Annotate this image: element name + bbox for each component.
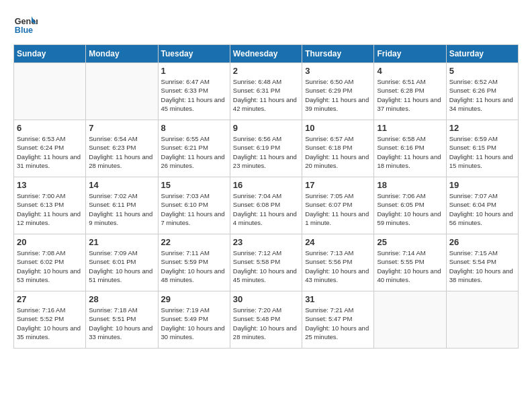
calendar-cell: 13Sunrise: 7:00 AM Sunset: 6:13 PM Dayli… xyxy=(14,177,86,234)
day-number: 27 xyxy=(17,294,83,304)
day-info: Sunrise: 7:06 AM Sunset: 6:05 PM Dayligh… xyxy=(377,191,443,227)
day-number: 11 xyxy=(377,123,443,133)
calendar-cell: 8Sunrise: 6:55 AM Sunset: 6:21 PM Daylig… xyxy=(158,120,230,177)
calendar-cell: 12Sunrise: 6:59 AM Sunset: 6:15 PM Dayli… xyxy=(446,120,518,177)
day-number: 28 xyxy=(89,294,154,304)
day-number: 4 xyxy=(377,66,443,76)
day-info: Sunrise: 6:59 AM Sunset: 6:15 PM Dayligh… xyxy=(449,134,515,170)
day-info: Sunrise: 7:15 AM Sunset: 5:54 PM Dayligh… xyxy=(449,248,515,284)
day-number: 7 xyxy=(89,123,154,133)
calendar-cell: 1Sunrise: 6:47 AM Sunset: 6:33 PM Daylig… xyxy=(158,63,230,120)
day-number: 29 xyxy=(161,294,227,304)
day-number: 8 xyxy=(161,123,227,133)
day-info: Sunrise: 7:05 AM Sunset: 6:07 PM Dayligh… xyxy=(305,191,371,227)
calendar-cell xyxy=(86,63,158,120)
day-info: Sunrise: 7:19 AM Sunset: 5:49 PM Dayligh… xyxy=(161,306,227,341)
day-number: 21 xyxy=(89,237,154,247)
weekday-header-thursday: Thursday xyxy=(302,45,374,63)
day-number: 19 xyxy=(449,180,515,190)
calendar-cell: 27Sunrise: 7:16 AM Sunset: 5:52 PM Dayli… xyxy=(14,291,86,349)
day-info: Sunrise: 7:08 AM Sunset: 6:02 PM Dayligh… xyxy=(17,248,83,284)
day-info: Sunrise: 7:13 AM Sunset: 5:56 PM Dayligh… xyxy=(305,248,371,284)
calendar-cell: 16Sunrise: 7:04 AM Sunset: 6:08 PM Dayli… xyxy=(230,177,302,234)
page-header: General Blue xyxy=(13,13,519,38)
day-number: 3 xyxy=(305,66,371,76)
day-info: Sunrise: 7:16 AM Sunset: 5:52 PM Dayligh… xyxy=(17,306,83,341)
day-info: Sunrise: 7:18 AM Sunset: 5:51 PM Dayligh… xyxy=(89,306,154,341)
day-number: 18 xyxy=(377,180,443,190)
day-number: 24 xyxy=(305,237,371,247)
day-number: 26 xyxy=(449,237,515,247)
day-number: 12 xyxy=(449,123,515,133)
calendar-table: SundayMondayTuesdayWednesdayThursdayFrid… xyxy=(13,44,519,349)
day-info: Sunrise: 7:21 AM Sunset: 5:47 PM Dayligh… xyxy=(305,306,371,341)
day-number: 20 xyxy=(17,237,83,247)
day-info: Sunrise: 6:47 AM Sunset: 6:33 PM Dayligh… xyxy=(161,77,227,113)
day-number: 14 xyxy=(89,180,154,190)
calendar-cell: 21Sunrise: 7:09 AM Sunset: 6:01 PM Dayli… xyxy=(86,234,158,291)
calendar-cell: 24Sunrise: 7:13 AM Sunset: 5:56 PM Dayli… xyxy=(302,234,374,291)
calendar-cell xyxy=(446,291,518,349)
day-number: 1 xyxy=(161,66,227,76)
day-info: Sunrise: 7:03 AM Sunset: 6:10 PM Dayligh… xyxy=(161,191,227,227)
calendar-cell: 9Sunrise: 6:56 AM Sunset: 6:19 PM Daylig… xyxy=(230,120,302,177)
calendar-cell: 23Sunrise: 7:12 AM Sunset: 5:58 PM Dayli… xyxy=(230,234,302,291)
day-number: 15 xyxy=(161,180,227,190)
calendar-cell: 5Sunrise: 6:52 AM Sunset: 6:26 PM Daylig… xyxy=(446,63,518,120)
day-info: Sunrise: 6:58 AM Sunset: 6:16 PM Dayligh… xyxy=(377,134,443,170)
day-info: Sunrise: 7:09 AM Sunset: 6:01 PM Dayligh… xyxy=(89,248,154,284)
day-info: Sunrise: 6:50 AM Sunset: 6:29 PM Dayligh… xyxy=(305,77,371,113)
calendar-cell: 29Sunrise: 7:19 AM Sunset: 5:49 PM Dayli… xyxy=(158,291,230,349)
logo: General Blue xyxy=(13,13,38,38)
day-number: 16 xyxy=(233,180,299,190)
day-info: Sunrise: 6:54 AM Sunset: 6:23 PM Dayligh… xyxy=(89,134,154,170)
calendar-cell: 22Sunrise: 7:11 AM Sunset: 5:59 PM Dayli… xyxy=(158,234,230,291)
day-number: 23 xyxy=(233,237,299,247)
day-info: Sunrise: 6:48 AM Sunset: 6:31 PM Dayligh… xyxy=(233,77,299,113)
calendar-cell: 30Sunrise: 7:20 AM Sunset: 5:48 PM Dayli… xyxy=(230,291,302,349)
svg-text:Blue: Blue xyxy=(15,26,33,35)
weekday-header-monday: Monday xyxy=(86,45,158,63)
calendar-cell: 20Sunrise: 7:08 AM Sunset: 6:02 PM Dayli… xyxy=(14,234,86,291)
calendar-cell: 25Sunrise: 7:14 AM Sunset: 5:55 PM Dayli… xyxy=(374,234,446,291)
day-number: 5 xyxy=(449,66,515,76)
day-info: Sunrise: 7:11 AM Sunset: 5:59 PM Dayligh… xyxy=(161,248,227,284)
day-info: Sunrise: 7:04 AM Sunset: 6:08 PM Dayligh… xyxy=(233,191,299,227)
calendar-cell: 31Sunrise: 7:21 AM Sunset: 5:47 PM Dayli… xyxy=(302,291,374,349)
calendar-cell: 11Sunrise: 6:58 AM Sunset: 6:16 PM Dayli… xyxy=(374,120,446,177)
calendar-cell: 26Sunrise: 7:15 AM Sunset: 5:54 PM Dayli… xyxy=(446,234,518,291)
calendar-cell xyxy=(14,63,86,120)
day-number: 9 xyxy=(233,123,299,133)
weekday-header-friday: Friday xyxy=(374,45,446,63)
day-number: 13 xyxy=(17,180,83,190)
calendar-cell: 10Sunrise: 6:57 AM Sunset: 6:18 PM Dayli… xyxy=(302,120,374,177)
day-number: 31 xyxy=(305,294,371,304)
day-info: Sunrise: 6:57 AM Sunset: 6:18 PM Dayligh… xyxy=(305,134,371,170)
day-number: 30 xyxy=(233,294,299,304)
calendar-cell xyxy=(374,291,446,349)
calendar-cell: 7Sunrise: 6:54 AM Sunset: 6:23 PM Daylig… xyxy=(86,120,158,177)
calendar-cell: 18Sunrise: 7:06 AM Sunset: 6:05 PM Dayli… xyxy=(374,177,446,234)
day-number: 2 xyxy=(233,66,299,76)
day-info: Sunrise: 6:55 AM Sunset: 6:21 PM Dayligh… xyxy=(161,134,227,170)
calendar-cell: 14Sunrise: 7:02 AM Sunset: 6:11 PM Dayli… xyxy=(86,177,158,234)
weekday-header-tuesday: Tuesday xyxy=(158,45,230,63)
weekday-header-wednesday: Wednesday xyxy=(230,45,302,63)
day-number: 22 xyxy=(161,237,227,247)
weekday-header-saturday: Saturday xyxy=(446,45,518,63)
calendar-cell: 3Sunrise: 6:50 AM Sunset: 6:29 PM Daylig… xyxy=(302,63,374,120)
day-info: Sunrise: 7:07 AM Sunset: 6:04 PM Dayligh… xyxy=(449,191,515,227)
calendar-cell: 28Sunrise: 7:18 AM Sunset: 5:51 PM Dayli… xyxy=(86,291,158,349)
day-info: Sunrise: 6:53 AM Sunset: 6:24 PM Dayligh… xyxy=(17,134,83,170)
day-number: 6 xyxy=(17,123,83,133)
calendar-cell: 6Sunrise: 6:53 AM Sunset: 6:24 PM Daylig… xyxy=(14,120,86,177)
weekday-header-sunday: Sunday xyxy=(14,45,86,63)
day-info: Sunrise: 6:51 AM Sunset: 6:28 PM Dayligh… xyxy=(377,77,443,113)
day-info: Sunrise: 7:00 AM Sunset: 6:13 PM Dayligh… xyxy=(17,191,83,227)
calendar-cell: 19Sunrise: 7:07 AM Sunset: 6:04 PM Dayli… xyxy=(446,177,518,234)
day-info: Sunrise: 7:14 AM Sunset: 5:55 PM Dayligh… xyxy=(377,248,443,284)
calendar-cell: 2Sunrise: 6:48 AM Sunset: 6:31 PM Daylig… xyxy=(230,63,302,120)
day-info: Sunrise: 7:20 AM Sunset: 5:48 PM Dayligh… xyxy=(233,306,299,341)
calendar-cell: 15Sunrise: 7:03 AM Sunset: 6:10 PM Dayli… xyxy=(158,177,230,234)
day-number: 10 xyxy=(305,123,371,133)
